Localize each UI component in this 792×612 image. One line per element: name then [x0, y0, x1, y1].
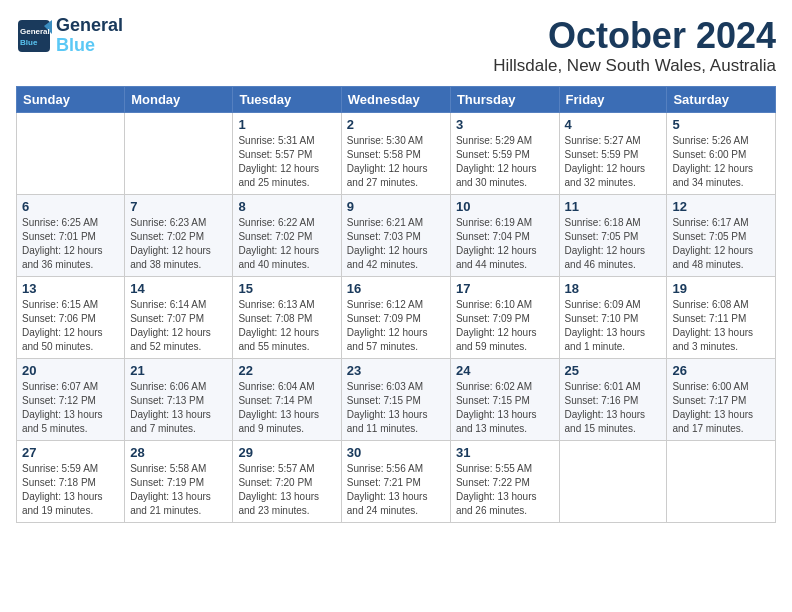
day-number: 30 — [347, 445, 445, 460]
calendar-title: October 2024 — [493, 16, 776, 56]
calendar-cell: 3Sunrise: 5:29 AM Sunset: 5:59 PM Daylig… — [450, 112, 559, 194]
day-detail: Sunrise: 5:57 AM Sunset: 7:20 PM Dayligh… — [238, 462, 335, 518]
calendar-cell: 2Sunrise: 5:30 AM Sunset: 5:58 PM Daylig… — [341, 112, 450, 194]
day-number: 23 — [347, 363, 445, 378]
calendar-cell: 28Sunrise: 5:58 AM Sunset: 7:19 PM Dayli… — [125, 440, 233, 522]
day-number: 27 — [22, 445, 119, 460]
day-number: 3 — [456, 117, 554, 132]
logo-line1: General — [56, 16, 123, 36]
calendar-cell: 23Sunrise: 6:03 AM Sunset: 7:15 PM Dayli… — [341, 358, 450, 440]
day-number: 1 — [238, 117, 335, 132]
col-header-friday: Friday — [559, 86, 667, 112]
day-detail: Sunrise: 6:14 AM Sunset: 7:07 PM Dayligh… — [130, 298, 227, 354]
day-detail: Sunrise: 5:59 AM Sunset: 7:18 PM Dayligh… — [22, 462, 119, 518]
day-detail: Sunrise: 6:21 AM Sunset: 7:03 PM Dayligh… — [347, 216, 445, 272]
calendar-table: SundayMondayTuesdayWednesdayThursdayFrid… — [16, 86, 776, 523]
day-number: 9 — [347, 199, 445, 214]
col-header-wednesday: Wednesday — [341, 86, 450, 112]
calendar-cell: 10Sunrise: 6:19 AM Sunset: 7:04 PM Dayli… — [450, 194, 559, 276]
calendar-week-3: 13Sunrise: 6:15 AM Sunset: 7:06 PM Dayli… — [17, 276, 776, 358]
day-detail: Sunrise: 6:15 AM Sunset: 7:06 PM Dayligh… — [22, 298, 119, 354]
logo-icon: General Blue — [16, 18, 52, 54]
calendar-cell: 25Sunrise: 6:01 AM Sunset: 7:16 PM Dayli… — [559, 358, 667, 440]
calendar-week-5: 27Sunrise: 5:59 AM Sunset: 7:18 PM Dayli… — [17, 440, 776, 522]
calendar-cell: 24Sunrise: 6:02 AM Sunset: 7:15 PM Dayli… — [450, 358, 559, 440]
day-number: 7 — [130, 199, 227, 214]
day-number: 14 — [130, 281, 227, 296]
calendar-cell: 5Sunrise: 5:26 AM Sunset: 6:00 PM Daylig… — [667, 112, 776, 194]
calendar-cell: 17Sunrise: 6:10 AM Sunset: 7:09 PM Dayli… — [450, 276, 559, 358]
calendar-cell: 27Sunrise: 5:59 AM Sunset: 7:18 PM Dayli… — [17, 440, 125, 522]
day-detail: Sunrise: 6:13 AM Sunset: 7:08 PM Dayligh… — [238, 298, 335, 354]
day-detail: Sunrise: 6:02 AM Sunset: 7:15 PM Dayligh… — [456, 380, 554, 436]
col-header-saturday: Saturday — [667, 86, 776, 112]
col-header-monday: Monday — [125, 86, 233, 112]
calendar-week-2: 6Sunrise: 6:25 AM Sunset: 7:01 PM Daylig… — [17, 194, 776, 276]
day-detail: Sunrise: 6:19 AM Sunset: 7:04 PM Dayligh… — [456, 216, 554, 272]
day-number: 12 — [672, 199, 770, 214]
calendar-week-1: 1Sunrise: 5:31 AM Sunset: 5:57 PM Daylig… — [17, 112, 776, 194]
day-number: 20 — [22, 363, 119, 378]
calendar-cell: 18Sunrise: 6:09 AM Sunset: 7:10 PM Dayli… — [559, 276, 667, 358]
calendar-cell: 13Sunrise: 6:15 AM Sunset: 7:06 PM Dayli… — [17, 276, 125, 358]
day-detail: Sunrise: 6:18 AM Sunset: 7:05 PM Dayligh… — [565, 216, 662, 272]
svg-text:Blue: Blue — [20, 38, 38, 47]
calendar-cell — [667, 440, 776, 522]
calendar-cell: 19Sunrise: 6:08 AM Sunset: 7:11 PM Dayli… — [667, 276, 776, 358]
calendar-cell: 22Sunrise: 6:04 AM Sunset: 7:14 PM Dayli… — [233, 358, 341, 440]
day-number: 15 — [238, 281, 335, 296]
day-detail: Sunrise: 5:30 AM Sunset: 5:58 PM Dayligh… — [347, 134, 445, 190]
day-detail: Sunrise: 6:25 AM Sunset: 7:01 PM Dayligh… — [22, 216, 119, 272]
calendar-cell: 20Sunrise: 6:07 AM Sunset: 7:12 PM Dayli… — [17, 358, 125, 440]
calendar-subtitle: Hillsdale, New South Wales, Australia — [493, 56, 776, 76]
day-detail: Sunrise: 6:04 AM Sunset: 7:14 PM Dayligh… — [238, 380, 335, 436]
calendar-cell: 8Sunrise: 6:22 AM Sunset: 7:02 PM Daylig… — [233, 194, 341, 276]
day-detail: Sunrise: 5:55 AM Sunset: 7:22 PM Dayligh… — [456, 462, 554, 518]
day-detail: Sunrise: 6:06 AM Sunset: 7:13 PM Dayligh… — [130, 380, 227, 436]
day-detail: Sunrise: 5:31 AM Sunset: 5:57 PM Dayligh… — [238, 134, 335, 190]
calendar-cell: 11Sunrise: 6:18 AM Sunset: 7:05 PM Dayli… — [559, 194, 667, 276]
day-number: 22 — [238, 363, 335, 378]
calendar-cell: 30Sunrise: 5:56 AM Sunset: 7:21 PM Dayli… — [341, 440, 450, 522]
page-header: General Blue General Blue October 2024 H… — [16, 16, 776, 76]
day-number: 28 — [130, 445, 227, 460]
day-number: 11 — [565, 199, 662, 214]
svg-text:General: General — [20, 27, 50, 36]
day-number: 13 — [22, 281, 119, 296]
day-number: 6 — [22, 199, 119, 214]
logo-text: General Blue — [56, 16, 123, 56]
day-number: 31 — [456, 445, 554, 460]
calendar-cell: 9Sunrise: 6:21 AM Sunset: 7:03 PM Daylig… — [341, 194, 450, 276]
title-block: October 2024 Hillsdale, New South Wales,… — [493, 16, 776, 76]
calendar-cell: 15Sunrise: 6:13 AM Sunset: 7:08 PM Dayli… — [233, 276, 341, 358]
logo: General Blue General Blue — [16, 16, 123, 56]
day-detail: Sunrise: 5:26 AM Sunset: 6:00 PM Dayligh… — [672, 134, 770, 190]
col-header-sunday: Sunday — [17, 86, 125, 112]
day-detail: Sunrise: 6:03 AM Sunset: 7:15 PM Dayligh… — [347, 380, 445, 436]
calendar-cell: 26Sunrise: 6:00 AM Sunset: 7:17 PM Dayli… — [667, 358, 776, 440]
day-detail: Sunrise: 5:27 AM Sunset: 5:59 PM Dayligh… — [565, 134, 662, 190]
day-number: 10 — [456, 199, 554, 214]
day-number: 5 — [672, 117, 770, 132]
day-detail: Sunrise: 5:56 AM Sunset: 7:21 PM Dayligh… — [347, 462, 445, 518]
day-number: 17 — [456, 281, 554, 296]
day-number: 26 — [672, 363, 770, 378]
calendar-cell: 1Sunrise: 5:31 AM Sunset: 5:57 PM Daylig… — [233, 112, 341, 194]
day-number: 24 — [456, 363, 554, 378]
day-number: 18 — [565, 281, 662, 296]
day-number: 19 — [672, 281, 770, 296]
calendar-cell: 31Sunrise: 5:55 AM Sunset: 7:22 PM Dayli… — [450, 440, 559, 522]
day-detail: Sunrise: 6:22 AM Sunset: 7:02 PM Dayligh… — [238, 216, 335, 272]
day-number: 8 — [238, 199, 335, 214]
col-header-tuesday: Tuesday — [233, 86, 341, 112]
calendar-cell: 6Sunrise: 6:25 AM Sunset: 7:01 PM Daylig… — [17, 194, 125, 276]
logo-line2: Blue — [56, 36, 123, 56]
day-detail: Sunrise: 6:23 AM Sunset: 7:02 PM Dayligh… — [130, 216, 227, 272]
calendar-cell — [17, 112, 125, 194]
calendar-week-4: 20Sunrise: 6:07 AM Sunset: 7:12 PM Dayli… — [17, 358, 776, 440]
calendar-cell: 14Sunrise: 6:14 AM Sunset: 7:07 PM Dayli… — [125, 276, 233, 358]
calendar-cell: 12Sunrise: 6:17 AM Sunset: 7:05 PM Dayli… — [667, 194, 776, 276]
day-detail: Sunrise: 6:01 AM Sunset: 7:16 PM Dayligh… — [565, 380, 662, 436]
day-detail: Sunrise: 6:12 AM Sunset: 7:09 PM Dayligh… — [347, 298, 445, 354]
calendar-cell: 21Sunrise: 6:06 AM Sunset: 7:13 PM Dayli… — [125, 358, 233, 440]
